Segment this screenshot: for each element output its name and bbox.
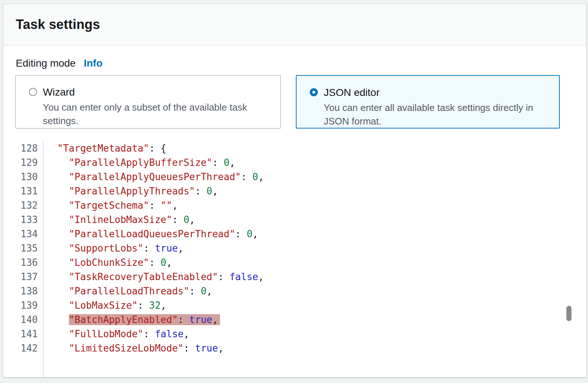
line-number: 140 (3, 313, 43, 327)
code-line[interactable]: 137 "TaskRecoveryTableEnabled": false, (3, 270, 586, 284)
code-line[interactable]: 132 "TargetSchema": "", (3, 198, 586, 213)
line-number: 131 (3, 184, 43, 198)
code-line[interactable]: 136 "LobChunkSize": 0, (3, 256, 586, 270)
line-number: 138 (3, 284, 43, 298)
code-text: "TaskRecoveryTableEnabled": false, (43, 270, 264, 284)
radio-unchecked-icon[interactable] (29, 88, 37, 96)
tile-json-editor-description: You can enter all available task setting… (324, 101, 544, 128)
line-number: 139 (3, 298, 43, 313)
info-link[interactable]: Info (84, 57, 102, 69)
code-text: "LobMaxSize": 32, (43, 298, 166, 313)
tile-wizard-label: Wizard (43, 86, 263, 98)
code-line[interactable]: 142 "LimitedSizeLobMode": true, (3, 341, 586, 356)
line-number: 142 (3, 341, 43, 356)
search-highlight: "BatchApplyEnabled": true, (69, 314, 220, 325)
line-number: 133 (3, 213, 43, 227)
line-number: 141 (3, 327, 43, 341)
tile-wizard-text: Wizard You can enter only a subset of th… (43, 86, 263, 128)
task-settings-panel: Task settings Editing mode Info Wizard Y… (3, 4, 587, 378)
line-number: 134 (3, 227, 43, 241)
page-title: Task settings (16, 17, 100, 32)
radio-dot (312, 91, 315, 94)
code-line[interactable]: 130 "ParallelApplyQueuesPerThread": 0, (3, 170, 586, 184)
tile-json-editor-label: JSON editor (324, 87, 544, 98)
editor-scrollbar-thumb[interactable] (566, 306, 572, 321)
code-line[interactable]: 133 "InlineLobMaxSize": 0, (3, 213, 586, 227)
code-text: "ParallelApplyBufferSize": 0, (43, 156, 235, 170)
panel-header: Task settings (3, 4, 586, 46)
code-text: "TargetSchema": "", (43, 198, 178, 213)
code-text: "ParallelLoadQueuesPerThread": 0, (43, 227, 258, 241)
code-text: "SupportLobs": true, (43, 241, 184, 256)
line-number: 129 (3, 156, 43, 170)
tile-json-editor-text: JSON editor You can enter all available … (324, 87, 544, 128)
line-number: 130 (3, 170, 43, 184)
code-line[interactable]: 135 "SupportLobs": true, (3, 241, 586, 256)
tile-wizard[interactable]: Wizard You can enter only a subset of th… (15, 75, 281, 129)
code-line[interactable]: 129 "ParallelApplyBufferSize": 0, (3, 156, 586, 170)
code-text: "ParallelApplyThreads": 0, (43, 184, 218, 198)
code-line[interactable]: 128 "TargetMetadata": { (3, 141, 586, 156)
code-text: "TargetMetadata": { (43, 141, 166, 156)
radio-checked-icon[interactable] (310, 88, 318, 96)
code-text: "BatchApplyEnabled": true, (43, 313, 220, 327)
editing-mode-row: Editing mode Info (16, 57, 103, 69)
code-text: "LobChunkSize": 0, (43, 256, 172, 270)
code-text: "InlineLobMaxSize": 0, (43, 213, 195, 227)
line-number: 136 (3, 256, 43, 270)
line-number: 128 (3, 141, 43, 156)
code-text: "FullLobMode": false, (43, 327, 189, 341)
code-lines: 128 "TargetMetadata": {129 "ParallelAppl… (3, 141, 586, 356)
code-line[interactable]: 141 "FullLobMode": false, (3, 327, 586, 341)
line-number: 135 (3, 241, 43, 256)
code-line[interactable]: 131 "ParallelApplyThreads": 0, (3, 184, 586, 198)
editing-mode-label: Editing mode (16, 57, 76, 69)
json-code-editor[interactable]: 128 "TargetMetadata": {129 "ParallelAppl… (3, 141, 586, 377)
code-line[interactable]: 134 "ParallelLoadQueuesPerThread": 0, (3, 227, 586, 241)
code-line[interactable]: 138 "ParallelLoadThreads": 0, (3, 284, 586, 298)
code-text: "LimitedSizeLobMode": true, (43, 341, 224, 356)
code-text: "ParallelLoadThreads": 0, (43, 284, 212, 298)
tile-wizard-description: You can enter only a subset of the avail… (43, 101, 263, 128)
code-line[interactable]: 139 "LobMaxSize": 32, (3, 298, 586, 313)
line-number: 137 (3, 270, 43, 284)
tile-json-editor[interactable]: JSON editor You can enter all available … (296, 75, 560, 129)
gutter-separator (43, 141, 44, 377)
code-text: "ParallelApplyQueuesPerThread": 0, (43, 170, 264, 184)
code-line[interactable]: 140 "BatchApplyEnabled": true, (3, 313, 586, 327)
line-number: 132 (3, 198, 43, 213)
